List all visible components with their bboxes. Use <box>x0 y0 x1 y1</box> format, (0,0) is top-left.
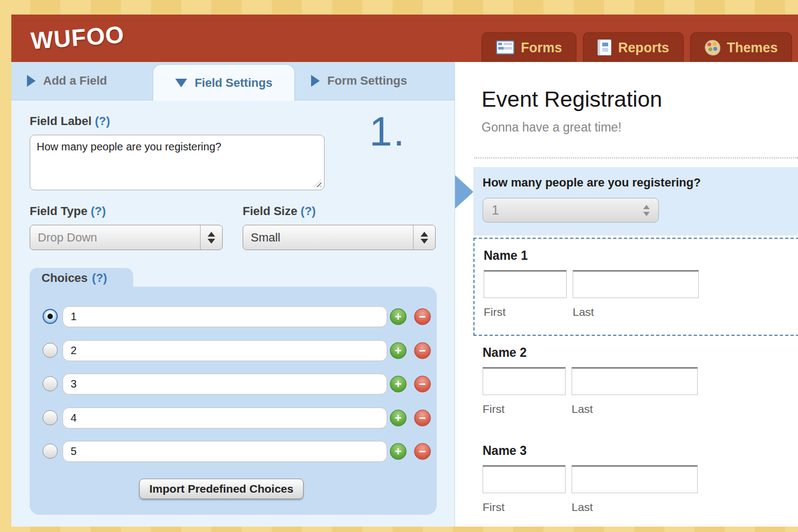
tab-label: Add a Field <box>43 74 107 88</box>
triangle-right-icon <box>311 75 320 87</box>
add-choice-button[interactable]: + <box>390 443 407 460</box>
nav-tab-forms[interactable]: Forms <box>481 32 576 62</box>
choices-text: Choices <box>42 271 88 285</box>
field-label-heading: Field Label (?) <box>30 114 110 128</box>
choice-row: 5 + − <box>30 441 437 461</box>
field-size-heading: Field Size (?) <box>243 204 316 218</box>
choice-row: 3 + − <box>30 374 437 393</box>
tab-field-settings[interactable]: Field Settings <box>153 64 295 101</box>
choice-radio[interactable] <box>43 376 58 391</box>
tab-add-a-field[interactable]: Add a Field <box>27 74 107 88</box>
preview-field-name-2[interactable]: Name 2 First Last <box>473 337 798 429</box>
last-sublabel: Last <box>572 403 593 416</box>
choice-radio[interactable] <box>43 410 58 425</box>
arrow-down-icon <box>643 212 650 216</box>
field-type-help-link[interactable]: (?) <box>91 204 106 218</box>
arrow-up-icon <box>643 205 650 209</box>
first-name-input[interactable] <box>483 367 566 395</box>
field-size-value: Small <box>243 231 413 245</box>
builder-tabbar: Add a Field Field Settings Form Settings <box>11 62 455 100</box>
tab-label: Field Settings <box>195 76 272 90</box>
choice-radio[interactable] <box>43 343 58 358</box>
arrow-down-icon <box>208 239 215 244</box>
field-size-help-link[interactable]: (?) <box>301 204 316 218</box>
add-choice-button[interactable]: + <box>390 376 407 392</box>
field-type-text: Field Type <box>30 204 87 218</box>
first-sublabel: First <box>484 306 506 319</box>
nav-tab-reports[interactable]: Reports <box>583 32 683 62</box>
add-choice-button[interactable]: + <box>390 308 407 325</box>
tab-form-settings[interactable]: Form Settings <box>311 74 407 88</box>
field-size-select[interactable]: Small <box>243 225 436 250</box>
name-field-label: Name 2 <box>483 346 527 360</box>
choice-row: 4 + − <box>30 407 437 427</box>
field-label-textarea[interactable]: How many people are you registering? <box>30 135 325 190</box>
themes-icon <box>705 40 720 56</box>
field-label-help-link[interactable]: (?) <box>95 114 110 128</box>
choice-input[interactable]: 3 <box>63 374 387 395</box>
dotted-divider <box>474 157 798 158</box>
preview-field-name-1[interactable]: Name 1 First Last <box>473 238 798 336</box>
first-sublabel: First <box>483 403 505 416</box>
choice-radio[interactable] <box>43 444 58 459</box>
choices-help-link[interactable]: (?) <box>92 271 107 285</box>
triangle-down-icon <box>175 79 187 87</box>
preview-question-label: How many people are you registering? <box>483 176 701 190</box>
main-nav: Forms Reports Themes <box>481 19 792 62</box>
wufoo-form-builder: { "header": { "logo": "WUFOO", "nav": [ … <box>0 0 798 532</box>
add-choice-button[interactable]: + <box>390 342 407 359</box>
remove-choice-button[interactable]: − <box>414 342 431 359</box>
last-sublabel: Last <box>572 501 593 514</box>
remove-choice-button[interactable]: − <box>414 308 431 325</box>
nav-tab-label: Forms <box>521 40 562 56</box>
form-preview-panel: Event Registration Gonna have a great ti… <box>455 62 798 527</box>
tab-label: Form Settings <box>327 74 407 88</box>
dropdown-spinner-icon <box>635 205 658 216</box>
wufoo-logo[interactable]: WUFOO <box>30 21 125 54</box>
field-type-heading: Field Type (?) <box>30 204 106 218</box>
select-spinner-icon <box>413 225 435 250</box>
last-sublabel: Last <box>573 306 594 319</box>
app-header: WUFOO Forms Reports Themes <box>11 15 798 62</box>
forms-icon <box>496 40 514 54</box>
builder-panel: Add a Field Field Settings Form Settings… <box>11 62 455 527</box>
preview-question-value: 1 <box>483 203 635 218</box>
name-field-label: Name 3 <box>483 444 527 458</box>
arrow-up-icon <box>421 232 428 237</box>
remove-choice-button[interactable]: − <box>414 443 431 460</box>
preview-question-dropdown[interactable]: 1 <box>483 198 659 223</box>
field-type-value: Drop Down <box>30 231 200 245</box>
first-name-input[interactable] <box>484 270 567 298</box>
name-field-label: Name 1 <box>484 248 528 263</box>
field-type-select[interactable]: Drop Down <box>30 225 223 250</box>
import-predefined-choices-button[interactable]: Import Predefined Choices <box>139 479 304 499</box>
nav-tab-label: Reports <box>618 40 669 56</box>
form-title: Event Registration <box>481 87 662 112</box>
remove-choice-button[interactable]: − <box>414 410 431 426</box>
choice-radio[interactable] <box>43 309 58 324</box>
last-name-input[interactable] <box>573 270 699 298</box>
triangle-right-icon <box>27 75 36 87</box>
last-name-input[interactable] <box>572 367 698 395</box>
choice-input[interactable]: 1 <box>63 306 387 327</box>
choices-box: 1 + − 2 + − 3 + − 4 + − 5 + − Import Pr <box>30 287 437 515</box>
select-spinner-icon <box>200 225 222 250</box>
field-label-text: Field Label <box>30 114 92 128</box>
choice-input[interactable]: 5 <box>63 441 387 462</box>
choice-input[interactable]: 4 <box>63 407 387 429</box>
add-choice-button[interactable]: + <box>390 410 407 426</box>
first-sublabel: First <box>483 501 505 514</box>
selected-field-pointer-icon <box>455 175 473 209</box>
arrow-up-icon <box>208 232 215 237</box>
choice-input[interactable]: 2 <box>63 340 387 361</box>
preview-field-name-3[interactable]: Name 3 First Last <box>473 435 798 527</box>
arrow-down-icon <box>421 239 428 244</box>
first-name-input[interactable] <box>483 465 566 493</box>
last-name-input[interactable] <box>572 465 698 493</box>
field-size-text: Field Size <box>243 204 297 218</box>
nav-tab-themes[interactable]: Themes <box>690 32 792 62</box>
resize-grip-icon[interactable] <box>314 179 321 187</box>
remove-choice-button[interactable]: − <box>414 376 431 392</box>
choices-heading: Choices (?) <box>30 268 133 288</box>
field-label-value: How many people are you registering? <box>37 141 221 153</box>
